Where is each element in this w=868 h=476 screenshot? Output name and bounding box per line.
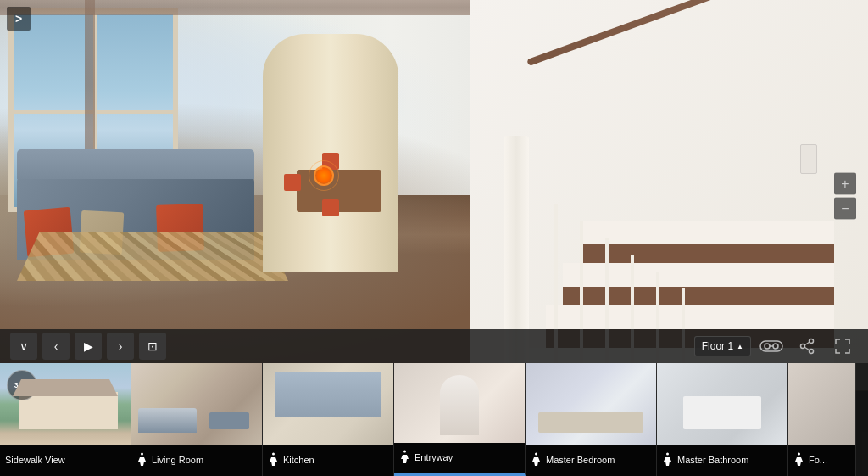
floor-up-icon: ▲ xyxy=(737,343,743,350)
thumb-kitchen[interactable]: Kitchen xyxy=(263,363,394,476)
thumb-kitchen-label: Kitchen xyxy=(283,455,314,466)
riser-3 xyxy=(563,263,834,287)
ceiling-beam-vertical xyxy=(85,0,95,170)
dining-chair-2 xyxy=(322,199,339,216)
next-button[interactable]: › xyxy=(107,333,134,360)
thumb-bedroom-label-bar: Master Bedroom xyxy=(526,445,656,476)
thumb-living-image xyxy=(131,363,262,445)
thumb-living-room[interactable]: Living Room xyxy=(131,363,263,476)
walk-icon-partial xyxy=(793,452,804,470)
dining-area xyxy=(288,153,390,221)
zoom-controls: + − xyxy=(834,172,856,219)
thumb-bedroom-label: Master Bedroom xyxy=(546,455,615,466)
thumb-partial-label-bar: Fo... xyxy=(788,445,855,476)
thumb-kitchen-image xyxy=(263,363,393,445)
thumb-entryway-image xyxy=(394,363,525,443)
walk-icon-kitchen xyxy=(268,452,279,470)
down-arrow-button[interactable]: ∨ xyxy=(10,333,37,360)
svg-point-1 xyxy=(765,344,770,349)
ceiling-beam xyxy=(0,0,529,15)
navigation-hotspot[interactable] xyxy=(314,165,334,186)
thumb-master-bathroom[interactable]: Master Bathroom xyxy=(657,363,788,476)
expand-icon: > xyxy=(15,12,22,25)
svg-point-2 xyxy=(773,344,778,349)
thumb-partial-label: Fo... xyxy=(809,455,827,466)
badge-360: 360° xyxy=(7,370,37,400)
svg-point-5 xyxy=(810,350,814,354)
prev-button[interactable]: ‹ xyxy=(42,333,70,360)
area-rug xyxy=(17,232,288,281)
share-icon xyxy=(798,338,815,355)
vr-icon xyxy=(760,339,783,353)
thumbnail-strip: 360° Sidewalk View Living Room Kitchen xyxy=(0,363,868,476)
thumb-living-label: Living Room xyxy=(152,455,203,466)
svg-point-4 xyxy=(810,339,814,344)
riser-4 xyxy=(580,221,834,244)
vr-button[interactable] xyxy=(756,331,787,361)
expand-button[interactable]: > xyxy=(7,7,31,31)
walk-icon-bathroom xyxy=(662,452,673,470)
thumb-bathroom-label: Master Bathroom xyxy=(677,455,748,466)
share-button[interactable] xyxy=(792,331,822,361)
toolbar-left-group: ∨ ‹ ▶ › ⊡ xyxy=(10,333,166,360)
thumb-bedroom-image xyxy=(526,363,656,445)
thumb-entryway-label: Entryway xyxy=(415,452,453,463)
fullscreen-icon xyxy=(834,338,851,355)
thumb-sidewalk-label: Sidewalk View xyxy=(5,455,65,466)
playback-toolbar: ∨ ‹ ▶ › ⊡ Floor 1 ▲ xyxy=(0,329,868,363)
thumb-bathroom-label-bar: Master Bathroom xyxy=(657,445,787,476)
svg-line-7 xyxy=(804,342,809,345)
svg-line-8 xyxy=(804,347,809,350)
box-view-button[interactable]: ⊡ xyxy=(139,333,166,360)
toolbar-right-group: Floor 1 ▲ xyxy=(694,331,858,361)
light-switch xyxy=(800,144,817,174)
thumb-entryway-label-bar: Entryway xyxy=(394,443,525,473)
riser-2 xyxy=(546,305,834,329)
thumb-kitchen-label-bar: Kitchen xyxy=(263,445,393,476)
dining-chair-3 xyxy=(284,174,301,191)
zoom-out-button[interactable]: − xyxy=(834,197,856,219)
thumb-master-bedroom[interactable]: Master Bedroom xyxy=(526,363,657,476)
stair-4 xyxy=(580,244,834,263)
floor-label: Floor 1 xyxy=(702,340,733,352)
thumb-living-label-bar: Living Room xyxy=(131,445,262,476)
floor-selector[interactable]: Floor 1 ▲ xyxy=(694,336,751,356)
fullscreen-button[interactable] xyxy=(827,331,858,361)
thumb-entryway[interactable]: Entryway xyxy=(394,363,526,476)
thumb-partial[interactable]: Fo... xyxy=(788,363,856,476)
walk-icon-living xyxy=(136,452,147,470)
svg-point-6 xyxy=(801,344,805,349)
thumb-sidewalk-view[interactable]: 360° Sidewalk View xyxy=(0,363,131,476)
thumb-sidewalk-image: 360° xyxy=(0,363,131,445)
thumb-partial-image xyxy=(788,363,856,445)
thumb-bathroom-image xyxy=(657,363,787,445)
thumb-sidewalk-label-bar: Sidewalk View xyxy=(0,445,131,476)
play-button[interactable]: ▶ xyxy=(75,333,102,360)
walk-icon-bedroom xyxy=(531,452,542,470)
stair-3 xyxy=(563,287,834,305)
zoom-in-button[interactable]: + xyxy=(834,172,856,194)
walk-icon-entryway xyxy=(399,450,410,468)
